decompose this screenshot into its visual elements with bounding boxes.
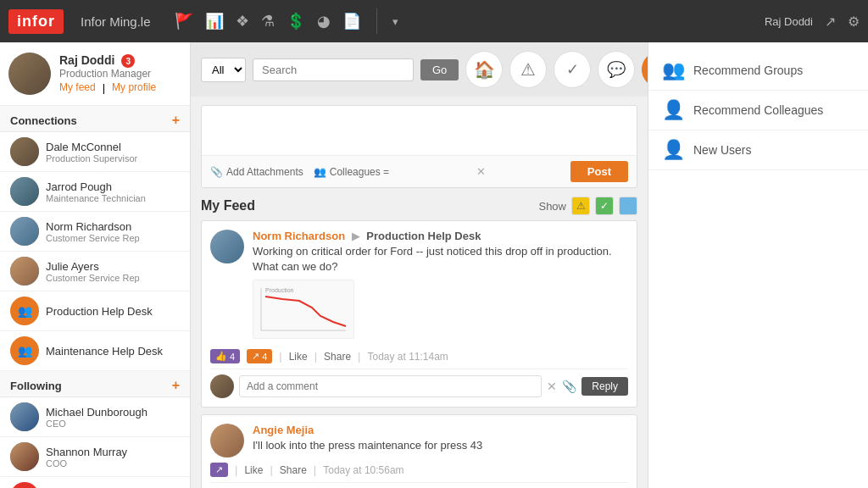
new-users-item[interactable]: 👤 New Users (648, 130, 868, 170)
user-profile: Raj Doddi 3 Production Manager My feed |… (0, 42, 190, 106)
norm-comment-box: ✕ 📎 Reply (210, 369, 628, 398)
angie-like-button[interactable]: Like (244, 464, 263, 476)
top-navigation: infor Infor Ming.le 🚩 📊 ❖ ⚗ 💲 ◕ 📄 ▾ Raj … (0, 0, 868, 42)
nav-divider (376, 8, 377, 34)
user-title: Production Manager (59, 68, 156, 80)
add-attachments-button[interactable]: 📎 Add Attachments (210, 166, 303, 178)
my-profile-link[interactable]: My profile (112, 81, 156, 94)
user-badge: 3 (121, 54, 135, 68)
nav-icon-pie[interactable]: ◕ (317, 12, 331, 30)
attachment-icon: 📎 (210, 166, 223, 178)
maint-help-icon: 👥 (10, 336, 39, 365)
filter-check-button[interactable]: ✓ (595, 197, 614, 215)
norm-author[interactable]: Norm Richardson (253, 230, 345, 242)
angie-author[interactable]: Angie Mejia (253, 424, 314, 436)
norm-comment-input[interactable] (239, 375, 542, 397)
share-icon[interactable]: ↗ (825, 14, 836, 30)
messages-button[interactable]: 💬 (598, 51, 635, 88)
connections-header: Connections + (0, 106, 190, 132)
jarrod-avatar (10, 177, 39, 206)
norm-reply-button[interactable]: Reply (581, 377, 628, 396)
nav-icon-doc[interactable]: 📄 (342, 12, 361, 30)
compose-textarea[interactable] (202, 106, 637, 152)
sidebar-item-pl[interactable]: ↗ PL20001243 (0, 477, 190, 488)
tasks-button[interactable]: ✓ (554, 51, 591, 88)
compose-actions: 📎 Add Attachments 👥 Colleagues = ✕ Post (202, 155, 637, 187)
angie-reaction[interactable]: ↗ (210, 463, 228, 477)
recommend-groups-item[interactable]: 👥 Recommend Groups (648, 51, 868, 91)
colleagues-button[interactable]: 👥 Colleagues = (314, 166, 389, 178)
colleagues-right-icon: 👤 (662, 99, 685, 121)
sidebar-item-dale[interactable]: Dale McConnel Production Supervisor (0, 132, 190, 172)
norm-meta: 👍 4 ↗ 4 | Like | Share | Today at 11:14a… (210, 349, 628, 363)
recommend-colleagues-label: Recommend Colleagues (693, 103, 823, 117)
show-filters: Show ⚠ ✓ (538, 197, 637, 215)
prod-help-name: Production Help Desk (46, 305, 153, 318)
norm-target[interactable]: Production Help Desk (366, 230, 481, 242)
nav-username[interactable]: Raj Doddi (765, 15, 813, 28)
post-button[interactable]: Post (570, 161, 628, 182)
following-header: Following + (0, 371, 190, 397)
nav-icon-chart[interactable]: 📊 (205, 12, 224, 30)
norm-time: Today at 11:14am (367, 351, 448, 363)
comment-avatar (210, 374, 234, 398)
michael-name: Michael Dunborough (46, 406, 147, 419)
new-users-icon: 👤 (662, 139, 685, 161)
my-feed-link[interactable]: My feed (59, 81, 96, 94)
norm-share-button[interactable]: Share (324, 351, 351, 363)
feed-button[interactable]: ☰ (642, 51, 648, 88)
home-button[interactable]: 🏠 (465, 51, 503, 88)
norm-arrow: ▶ (352, 230, 364, 242)
recommend-colleagues-item[interactable]: 👤 Recommend Colleagues (648, 91, 868, 130)
norm-like-button[interactable]: Like (289, 351, 308, 363)
sidebar-item-julie[interactable]: Julie Ayers Customer Service Rep (0, 252, 190, 291)
nav-dropdown[interactable]: ▾ (392, 15, 398, 28)
sidebar-item-shannon[interactable]: Shannon Murray COO (0, 437, 190, 477)
shannon-avatar (10, 442, 39, 471)
maint-help-name: Maintenance Help Desk (46, 345, 163, 358)
search-button[interactable]: Go (420, 59, 459, 80)
feed-area: 📎 Add Attachments 👥 Colleagues = ✕ Post … (191, 97, 648, 488)
nav-icon-flask[interactable]: ⚗ (261, 12, 275, 30)
angie-post-header: Angie Mejia I'll look into the press mai… (210, 424, 628, 458)
sidebar-item-michael[interactable]: Michael Dunborough CEO (0, 397, 190, 437)
dale-name: Dale McConnel (46, 141, 137, 153)
comment-close[interactable]: ✕ (547, 380, 557, 393)
nav-icon-dollar[interactable]: 💲 (287, 12, 305, 30)
compose-close-button[interactable]: ✕ (476, 165, 486, 178)
sidebar-item-maint-help[interactable]: 👥 Maintenance Help Desk (0, 331, 190, 371)
add-following-button[interactable]: + (172, 378, 180, 393)
sidebar-item-norm[interactable]: Norm Richardson Customer Service Rep (0, 212, 190, 252)
norm-post-header: Norm Richardson ▶ Production Help Desk W… (210, 230, 628, 344)
nav-icon-flag[interactable]: 🚩 (175, 12, 193, 30)
angie-avatar (210, 424, 244, 458)
compose-box: 📎 Add Attachments 👥 Colleagues = ✕ Post (201, 105, 637, 188)
filter-warning-button[interactable]: ⚠ (571, 197, 590, 215)
settings-icon[interactable]: ⚙ (848, 14, 860, 30)
michael-avatar (10, 402, 39, 431)
user-links: My feed | My profile (59, 81, 156, 94)
norm-name: Norm Richardson (46, 220, 140, 233)
app-name: Infor Ming.le (81, 14, 151, 29)
add-connection-button[interactable]: + (172, 113, 180, 128)
search-filter-select[interactable]: All (201, 58, 246, 82)
comment-attach[interactable]: 📎 (562, 380, 576, 393)
filter-blue-button[interactable] (619, 197, 637, 215)
sidebar-item-prod-help[interactable]: 👥 Production Help Desk (0, 291, 190, 331)
julie-title: Customer Service Rep (46, 273, 140, 283)
nav-icon-layers[interactable]: ❖ (236, 12, 249, 30)
action-buttons-row: 🏠 ⚠ ✓ 💬 ☰ (465, 51, 648, 88)
norm-reaction-purple[interactable]: 👍 4 (210, 349, 240, 363)
norm-reaction-orange[interactable]: ↗ 4 (247, 349, 272, 363)
alert-button[interactable]: ⚠ (509, 51, 547, 88)
search-row: All Go 🏠 ⚠ ✓ 💬 ☰ (191, 42, 648, 97)
angie-share-button[interactable]: Share (280, 464, 307, 476)
norm-feed-content: Norm Richardson ▶ Production Help Desk W… (253, 230, 628, 344)
angie-text: I'll look into the press maintenance for… (253, 438, 628, 453)
angie-meta: ↗ | Like | Share | Today at 10:56am (210, 463, 628, 477)
shannon-name: Shannon Murray (46, 446, 127, 458)
sidebar-item-jarrod[interactable]: Jarrod Pough Maintenance Technician (0, 172, 190, 212)
groups-icon: 👥 (662, 59, 685, 81)
search-input[interactable] (253, 58, 414, 81)
colleagues-label: Colleagues = (330, 166, 389, 178)
